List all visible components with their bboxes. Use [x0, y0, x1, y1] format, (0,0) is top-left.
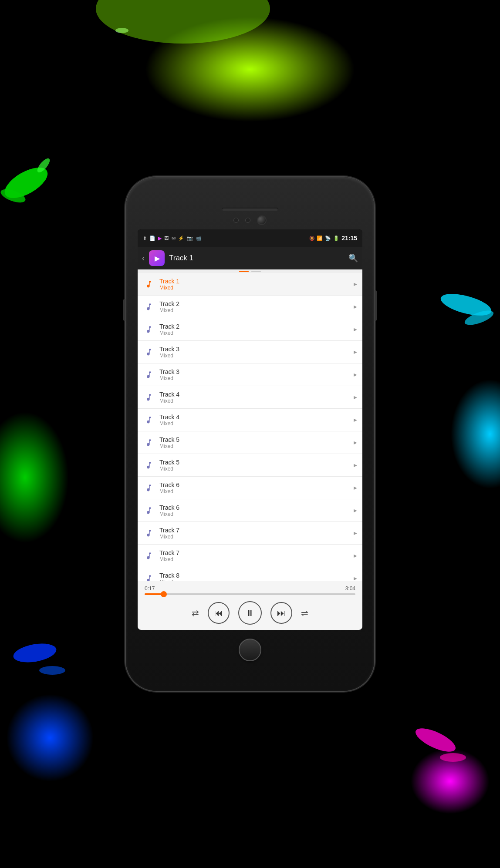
track-subtitle: Mixed — [159, 398, 354, 404]
music-note-icon — [143, 278, 155, 290]
phone-bottom — [126, 630, 374, 673]
track-subtitle: Mixed — [159, 285, 354, 291]
track-name: Track 7 — [159, 549, 354, 556]
track-subtitle: Mixed — [159, 488, 354, 495]
volume-button[interactable] — [123, 299, 125, 321]
track-arrow-icon: ▶ — [354, 282, 357, 286]
list-item[interactable]: Track 7 Mixed ▶ — [138, 545, 362, 567]
track-subtitle: Mixed — [159, 330, 354, 336]
back-button[interactable]: ‹ — [142, 254, 145, 263]
tab-indicators — [138, 269, 362, 273]
music-note-icon — [143, 301, 155, 313]
list-item[interactable]: Track 3 Mixed ▶ — [138, 341, 362, 363]
speaker-grill — [222, 208, 278, 211]
track-info: Track 3 Mixed — [159, 368, 354, 381]
search-button[interactable]: 🔍 — [348, 253, 358, 263]
sensor-dot — [233, 218, 239, 223]
home-button[interactable] — [239, 639, 261, 661]
list-item[interactable]: Track 1 Mixed ▶ — [138, 273, 362, 296]
list-item[interactable]: Track 3 Mixed ▶ — [138, 363, 362, 386]
screen: ⬆ 📄 ▶ 🖼 ✉ ⚡ 📷 📹 🔕 📶 📡 🔋 21:15 — [138, 229, 362, 630]
shuffle-button[interactable]: ⇌ — [301, 608, 308, 618]
app-play-icon: ▶ — [155, 254, 160, 262]
play-status-icon: ▶ — [158, 236, 162, 241]
app-icon: ▶ — [149, 250, 165, 266]
list-item[interactable]: Track 4 Mixed ▶ — [138, 386, 362, 409]
track-subtitle: Mixed — [159, 443, 354, 449]
pause-button[interactable]: ⏸ — [238, 601, 262, 625]
track-subtitle: Mixed — [159, 579, 354, 582]
power-button[interactable] — [375, 290, 377, 321]
track-subtitle: Mixed — [159, 353, 354, 359]
previous-button[interactable]: ⏮ — [208, 602, 230, 624]
track-info: Track 2 Mixed — [159, 300, 354, 313]
track-info: Track 8 Mixed — [159, 572, 354, 582]
status-bar: ⬆ 📄 ▶ 🖼 ✉ ⚡ 📷 📹 🔕 📶 📡 🔋 21:15 — [138, 229, 362, 247]
music-note-icon — [143, 482, 155, 494]
track-info: Track 4 Mixed — [159, 414, 354, 427]
music-note-icon — [143, 550, 155, 562]
list-item[interactable]: Track 7 Mixed ▶ — [138, 522, 362, 545]
track-info: Track 7 Mixed — [159, 527, 354, 540]
track-info: Track 2 Mixed — [159, 323, 354, 336]
music-note-icon — [143, 414, 155, 426]
track-subtitle: Mixed — [159, 534, 354, 540]
mute-icon: 🔕 — [309, 236, 314, 241]
track-name: Track 4 — [159, 414, 354, 421]
track-name: Track 2 — [159, 323, 354, 330]
track-info: Track 3 Mixed — [159, 346, 354, 359]
track-info: Track 6 Mixed — [159, 504, 354, 517]
track-info: Track 6 Mixed — [159, 481, 354, 495]
track-name: Track 7 — [159, 527, 354, 534]
list-item[interactable]: Track 8 Mixed ▶ — [138, 567, 362, 581]
track-info: Track 5 Mixed — [159, 436, 354, 449]
wifi-icon: 📶 — [317, 236, 323, 241]
clock: 21:15 — [341, 235, 357, 242]
track-arrow-icon: ▶ — [354, 576, 357, 581]
track-arrow-icon: ▶ — [354, 508, 357, 513]
track-info: Track 4 Mixed — [159, 391, 354, 404]
track-arrow-icon: ▶ — [354, 553, 357, 558]
track-name: Track 4 — [159, 391, 354, 398]
track-name: Track 5 — [159, 436, 354, 443]
repeat-button[interactable]: ⇄ — [192, 608, 199, 618]
music-note-icon — [143, 505, 155, 517]
tab-indicator-2[interactable] — [251, 271, 261, 272]
cam-icon: 📷 — [187, 236, 193, 241]
track-subtitle: Mixed — [159, 307, 354, 313]
track-name: Track 1 — [159, 278, 354, 285]
track-arrow-icon: ▶ — [354, 463, 357, 468]
tab-indicator-1[interactable] — [239, 271, 249, 272]
app-header: ‹ ▶ Track 1 🔍 — [138, 247, 362, 269]
phone-top — [126, 177, 374, 229]
progress-bar[interactable] — [145, 593, 355, 595]
track-arrow-icon: ▶ — [354, 395, 357, 400]
total-time: 3:04 — [345, 585, 355, 592]
track-name: Track 3 — [159, 346, 354, 353]
doc-icon: 📄 — [149, 236, 155, 241]
track-name: Track 3 — [159, 368, 354, 375]
list-item[interactable]: Track 2 Mixed ▶ — [138, 296, 362, 318]
track-info: Track 7 Mixed — [159, 549, 354, 562]
music-note-icon — [143, 459, 155, 471]
playback-controls: ⇄ ⏮ ⏸ ⏭ ⇌ — [145, 601, 355, 625]
front-camera — [257, 215, 267, 225]
list-item[interactable]: Track 2 Mixed ▶ — [138, 318, 362, 341]
list-item[interactable]: Track 5 Mixed ▶ — [138, 454, 362, 477]
list-item[interactable]: Track 4 Mixed ▶ — [138, 409, 362, 431]
previous-icon: ⏮ — [214, 608, 223, 618]
next-button[interactable]: ⏭ — [270, 602, 292, 624]
track-arrow-icon: ▶ — [354, 327, 357, 332]
progress-times: 0:17 3:04 — [145, 585, 355, 592]
list-item[interactable]: Track 6 Mixed ▶ — [138, 477, 362, 499]
progress-thumb[interactable] — [161, 591, 167, 597]
music-note-icon — [143, 391, 155, 404]
list-item[interactable]: Track 6 Mixed ▶ — [138, 499, 362, 522]
track-subtitle: Mixed — [159, 375, 354, 381]
track-name: Track 8 — [159, 572, 354, 579]
track-info: Track 5 Mixed — [159, 459, 354, 472]
app-title: Track 1 — [169, 254, 344, 262]
list-item[interactable]: Track 5 Mixed ▶ — [138, 431, 362, 454]
track-arrow-icon: ▶ — [354, 372, 357, 377]
camera-area — [233, 215, 267, 225]
